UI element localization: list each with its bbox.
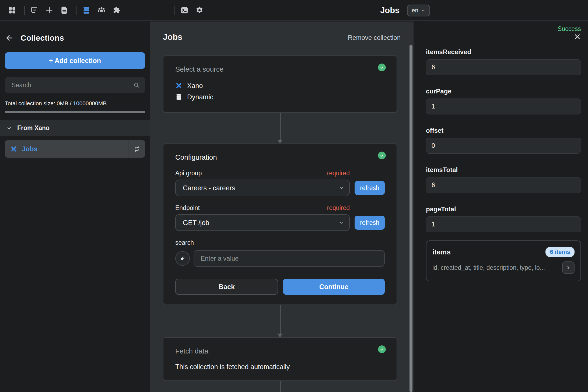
bind-value-button[interactable] — [175, 251, 190, 266]
source-option-dynamic[interactable]: Dynamic — [175, 91, 385, 103]
remove-collection-link[interactable]: Remove collection — [348, 34, 401, 41]
apps-grid-icon[interactable] — [8, 6, 17, 15]
add-collection-button[interactable]: + Add collection — [5, 52, 145, 69]
page-title: Jobs — [380, 6, 400, 15]
plug-icon — [179, 255, 186, 262]
language-label: en — [412, 7, 418, 14]
step-complete-icon — [378, 64, 386, 71]
step-complete-icon — [378, 152, 386, 159]
result-field-label: curPage — [426, 88, 581, 95]
tree-view-icon[interactable] — [30, 6, 39, 15]
back-button[interactable]: Back — [175, 279, 278, 295]
card-title: Select a source — [175, 65, 223, 73]
flow-connector — [280, 113, 281, 140]
continue-button[interactable]: Continue — [283, 279, 385, 295]
toolbar-right: Jobs en — [380, 0, 430, 21]
collection-title: Jobs — [163, 32, 182, 42]
search-input[interactable] — [11, 81, 133, 89]
result-field-value: 0 — [426, 138, 581, 154]
vertical-scrollbar[interactable] — [410, 45, 412, 392]
search-param-label: search — [175, 239, 194, 246]
api-group-value: Careers - careers — [183, 184, 235, 192]
results-panel: Success itemsReceived 6 curPage 1 offset… — [414, 22, 588, 392]
required-badge: required — [327, 170, 350, 177]
add-icon[interactable] — [45, 6, 54, 15]
divider — [24, 6, 25, 15]
endpoint-field: Endpoint required GET /job refresh — [175, 204, 385, 231]
top-toolbar: Jobs en — [0, 0, 588, 21]
endpoint-label: Endpoint — [175, 204, 200, 212]
chevron-down-icon — [6, 125, 12, 131]
language-selector[interactable]: en — [407, 5, 430, 16]
chevron-down-icon — [339, 186, 344, 190]
group-header-from-xano[interactable]: From Xano — [0, 120, 150, 136]
flow-arrow-down — [277, 334, 283, 337]
source-options: Xano Dynamic — [175, 80, 385, 103]
flow-connector — [280, 305, 281, 334]
search-icon — [133, 82, 140, 89]
collections-sidebar: Collections + Add collection Total colle… — [0, 22, 150, 392]
api-group-field: Api group required Careers - careers ref… — [175, 170, 385, 196]
steps-flow: Select a source Xano Dynamic — [163, 55, 397, 392]
card-title: Fetch data — [175, 347, 208, 355]
api-group-label: Api group — [175, 170, 202, 177]
required-badge: required — [327, 204, 350, 212]
step-complete-icon — [378, 345, 386, 353]
plugins-icon[interactable] — [112, 6, 121, 15]
flow-arrow-down — [277, 140, 283, 144]
result-field-label: itemsTotal — [426, 166, 581, 174]
items-count-badge: 6 items — [545, 247, 575, 257]
card-title: Configuration — [175, 153, 217, 161]
group-label: From Xano — [17, 124, 50, 132]
terminal-icon[interactable] — [180, 6, 189, 15]
flow-connector — [280, 381, 281, 392]
collection-item-main[interactable]: Jobs — [5, 140, 128, 158]
collection-item-jobs[interactable]: Jobs — [5, 140, 145, 158]
fetch-data-description: This collection is fetched automatically — [175, 363, 385, 371]
collection-size-text: Total collection size: 0MB / 10000000MB — [5, 100, 145, 107]
divider — [76, 6, 77, 15]
chevron-right-icon — [566, 265, 571, 270]
source-option-xano[interactable]: Xano — [175, 80, 385, 91]
close-icon[interactable] — [574, 33, 581, 40]
status-badge: Success — [426, 25, 581, 33]
back-arrow-icon[interactable] — [5, 33, 14, 43]
users-icon[interactable] — [97, 6, 106, 15]
chevron-down-icon — [421, 8, 425, 13]
items-label: items — [432, 248, 451, 256]
divider — [174, 6, 175, 15]
select-source-card: Select a source Xano Dynamic — [163, 55, 397, 113]
xano-logo-icon — [175, 82, 182, 89]
database-icon — [175, 93, 182, 100]
expand-items-button[interactable] — [562, 261, 575, 274]
endpoint-value: GET /job — [183, 219, 209, 227]
endpoint-refresh-button[interactable]: refresh — [355, 216, 385, 230]
data-collections-icon[interactable] — [82, 6, 91, 15]
pages-icon[interactable] — [60, 6, 69, 15]
sidebar-title: Collections — [20, 33, 64, 43]
result-field-value: 1 — [426, 99, 581, 114]
items-preview-text: id, created_at, title, description, type… — [432, 264, 558, 271]
app-window: Jobs en Collections + Add collection Tot… — [0, 0, 588, 392]
endpoint-select[interactable]: GET /job — [175, 214, 350, 231]
refresh-icon — [134, 146, 140, 152]
search-param-field: search — [175, 239, 385, 267]
collection-editor-panel: Jobs Remove collection Select a source X… — [150, 22, 414, 392]
card-actions: Back Continue — [175, 279, 385, 295]
result-field-value: 6 — [426, 59, 581, 75]
source-option-label: Xano — [187, 82, 203, 90]
settings-gear-icon[interactable] — [195, 6, 204, 15]
api-group-refresh-button[interactable]: refresh — [355, 181, 385, 195]
search-param-input[interactable] — [194, 250, 385, 267]
result-field-value: 1 — [426, 216, 581, 232]
collection-item-label: Jobs — [22, 145, 37, 153]
editor-header: Jobs Remove collection — [150, 22, 414, 42]
fetch-data-card: Fetch data This collection is fetched au… — [163, 337, 397, 381]
api-group-select[interactable]: Careers - careers — [175, 180, 350, 196]
result-field-value: 6 — [426, 177, 581, 193]
chevron-down-icon — [339, 220, 344, 225]
collection-refresh-button[interactable] — [128, 140, 145, 158]
result-field-label: offset — [426, 127, 581, 134]
configuration-card: Configuration Api group required Careers… — [163, 144, 397, 305]
sidebar-search — [5, 77, 145, 93]
